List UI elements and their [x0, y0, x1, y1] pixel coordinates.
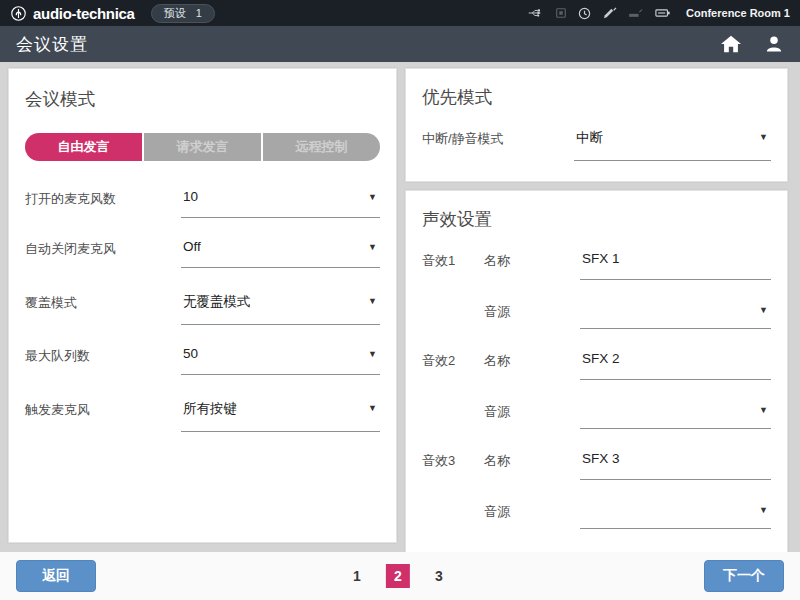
- chevron-down-icon: ▼: [759, 502, 768, 515]
- sfx3-group-label: 音效3: [422, 451, 484, 470]
- field-override-mode: 覆盖模式 无覆盖模式 ▼: [25, 293, 380, 325]
- sfx2-source-select[interactable]: ▼: [580, 402, 771, 429]
- back-button[interactable]: 返回: [16, 560, 96, 592]
- right-column: 优先模式 中断/静音模式 中断 ▼ 声效设置 音效1 名称 SFX 1: [405, 68, 788, 543]
- name-label: 名称: [484, 251, 580, 270]
- footer-bar: 返回 1 2 3 下一个: [0, 552, 800, 600]
- trigger-mic-select[interactable]: 所有按键 ▼: [181, 400, 380, 432]
- sfx2-group-label: 音效2: [422, 351, 484, 370]
- chevron-down-icon: ▼: [759, 129, 768, 142]
- battery-icon: [655, 7, 671, 19]
- next-button[interactable]: 下一个: [704, 560, 784, 592]
- status-tray: Conference Room 1: [528, 7, 790, 20]
- chevron-down-icon: ▼: [368, 189, 377, 202]
- chevron-down-icon: ▼: [759, 402, 768, 415]
- home-icon[interactable]: [720, 34, 742, 54]
- usb-icon: [528, 7, 544, 19]
- edit-icon: [602, 7, 617, 20]
- user-icon[interactable]: [764, 34, 784, 54]
- brand: audio-technica 预设 1: [10, 4, 215, 23]
- clock-icon: [578, 7, 591, 20]
- override-mode-select[interactable]: 无覆盖模式 ▼: [181, 293, 380, 325]
- page-3[interactable]: 3: [427, 564, 451, 588]
- chevron-down-icon: ▼: [759, 302, 768, 315]
- page-header: 会议设置: [0, 26, 800, 62]
- sfx3-name-row: 音效3 名称 SFX 3: [422, 451, 771, 480]
- conference-mode-panel: 会议模式 自由发言 请求发言 远程控制 打开的麦克风数 10 ▼ 自动关闭麦克风…: [8, 68, 397, 543]
- sfx1-group-label: 音效1: [422, 251, 484, 270]
- preset-label: 预设: [164, 6, 186, 21]
- preset-value: 1: [196, 7, 202, 19]
- field-trigger-mic: 触发麦克风 所有按键 ▼: [25, 400, 380, 432]
- preset-badge[interactable]: 预设 1: [151, 4, 215, 23]
- sfx2-source-row: 音源 ▼: [422, 402, 771, 429]
- page-1[interactable]: 1: [345, 564, 369, 588]
- field-label: 中断/静音模式: [422, 129, 574, 148]
- field-label: 自动关闭麦克风: [25, 239, 181, 258]
- tab-request-speak[interactable]: 请求发言: [142, 133, 261, 161]
- field-label: 覆盖模式: [25, 293, 181, 312]
- chevron-down-icon: ▼: [368, 346, 377, 359]
- sfx3-source-row: 音源 ▼: [422, 502, 771, 529]
- sfx1-source-row: 音源 ▼: [422, 302, 771, 329]
- pagination: 1 2 3: [345, 564, 451, 588]
- conference-mode-title: 会议模式: [25, 87, 380, 111]
- topbar: audio-technica 预设 1: [0, 0, 800, 26]
- log-icon: [628, 7, 644, 19]
- source-label: 音源: [484, 302, 580, 321]
- auto-mic-off-select[interactable]: Off ▼: [181, 239, 380, 268]
- sfx1-source-select[interactable]: ▼: [580, 302, 771, 329]
- page-title: 会议设置: [16, 33, 88, 56]
- speak-mode-tabs: 自由发言 请求发言 远程控制: [25, 133, 380, 161]
- field-label: 最大队列数: [25, 346, 181, 365]
- field-open-mics: 打开的麦克风数 10 ▼: [25, 189, 380, 218]
- sfx1-name-input[interactable]: SFX 1: [580, 251, 771, 280]
- source-label: 音源: [484, 502, 580, 521]
- field-auto-mic-off: 自动关闭麦克风 Off ▼: [25, 239, 380, 268]
- name-label: 名称: [484, 351, 580, 370]
- sfx-settings-title: 声效设置: [422, 207, 771, 231]
- priority-mode-panel: 优先模式 中断/静音模式 中断 ▼: [405, 68, 788, 182]
- sfx1-name-row: 音效1 名称 SFX 1: [422, 251, 771, 280]
- chevron-down-icon: ▼: [368, 239, 377, 252]
- room-name: Conference Room 1: [686, 7, 790, 19]
- field-interrupt-mute: 中断/静音模式 中断 ▼: [422, 129, 771, 161]
- chevron-down-icon: ▼: [368, 293, 377, 306]
- brand-name: audio-technica: [33, 5, 135, 22]
- interrupt-mute-select[interactable]: 中断 ▼: [574, 129, 771, 161]
- open-mics-select[interactable]: 10 ▼: [181, 189, 380, 218]
- tab-free-speak[interactable]: 自由发言: [25, 133, 142, 161]
- storage-icon: [555, 7, 567, 19]
- source-label: 音源: [484, 402, 580, 421]
- field-max-queue: 最大队列数 50 ▼: [25, 346, 380, 375]
- audio-technica-logo-icon: [10, 5, 27, 22]
- sfx2-name-row: 音效2 名称 SFX 2: [422, 351, 771, 380]
- sfx3-name-input[interactable]: SFX 3: [580, 451, 771, 480]
- max-queue-select[interactable]: 50 ▼: [181, 346, 380, 375]
- sfx3-source-select[interactable]: ▼: [580, 502, 771, 529]
- content-area: 会议模式 自由发言 请求发言 远程控制 打开的麦克风数 10 ▼ 自动关闭麦克风…: [0, 62, 800, 552]
- field-label: 触发麦克风: [25, 400, 181, 419]
- field-label: 打开的麦克风数: [25, 189, 181, 208]
- sfx2-name-input[interactable]: SFX 2: [580, 351, 771, 380]
- name-label: 名称: [484, 451, 580, 470]
- priority-mode-title: 优先模式: [422, 85, 771, 109]
- sfx-settings-panel: 声效设置 音效1 名称 SFX 1 音源 ▼: [405, 190, 788, 570]
- tab-remote-control[interactable]: 远程控制: [261, 133, 380, 161]
- chevron-down-icon: ▼: [368, 400, 377, 413]
- app-window: audio-technica 预设 1: [0, 0, 800, 600]
- page-2[interactable]: 2: [386, 564, 410, 588]
